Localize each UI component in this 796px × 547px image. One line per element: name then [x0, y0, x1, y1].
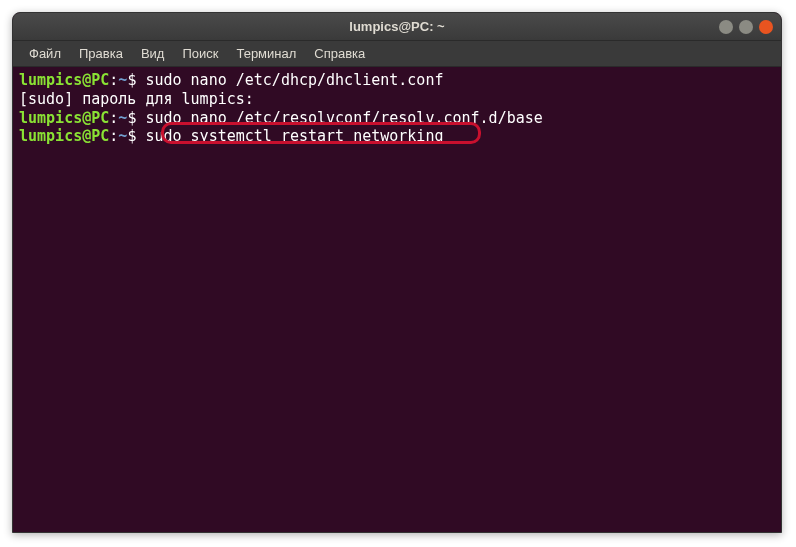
- terminal-line: [sudo] пароль для lumpics:: [19, 90, 775, 109]
- window-title: lumpics@PC: ~: [349, 19, 444, 34]
- command-text: sudo systemctl restart networking: [136, 127, 443, 145]
- menu-terminal[interactable]: Терминал: [228, 43, 304, 64]
- prompt-colon: :: [109, 109, 118, 127]
- close-icon[interactable]: [759, 20, 773, 34]
- terminal-line: lumpics@PC:~$ sudo nano /etc/resolvconf/…: [19, 109, 775, 128]
- prompt-user: lumpics@PC: [19, 71, 109, 89]
- menubar: Файл Правка Вид Поиск Терминал Справка: [13, 41, 781, 67]
- prompt-user: lumpics@PC: [19, 109, 109, 127]
- menu-search[interactable]: Поиск: [174, 43, 226, 64]
- menu-help[interactable]: Справка: [306, 43, 373, 64]
- command-text: sudo nano /etc/dhcp/dhclient.conf: [136, 71, 443, 89]
- window-controls: [719, 20, 773, 34]
- prompt-colon: :: [109, 127, 118, 145]
- terminal-window: lumpics@PC: ~ Файл Правка Вид Поиск Терм…: [12, 12, 782, 533]
- prompt-colon: :: [109, 71, 118, 89]
- command-text: sudo nano /etc/resolvconf/resolv.conf.d/…: [136, 109, 542, 127]
- titlebar: lumpics@PC: ~: [13, 13, 781, 41]
- maximize-icon[interactable]: [739, 20, 753, 34]
- menu-edit[interactable]: Правка: [71, 43, 131, 64]
- menu-file[interactable]: Файл: [21, 43, 69, 64]
- minimize-icon[interactable]: [719, 20, 733, 34]
- terminal-line: lumpics@PC:~$ sudo nano /etc/dhcp/dhclie…: [19, 71, 775, 90]
- terminal-line: lumpics@PC:~$ sudo systemctl restart net…: [19, 127, 775, 146]
- menu-view[interactable]: Вид: [133, 43, 173, 64]
- prompt-user: lumpics@PC: [19, 127, 109, 145]
- output-text: [sudo] пароль для lumpics:: [19, 90, 254, 108]
- terminal-body[interactable]: lumpics@PC:~$ sudo nano /etc/dhcp/dhclie…: [13, 67, 781, 150]
